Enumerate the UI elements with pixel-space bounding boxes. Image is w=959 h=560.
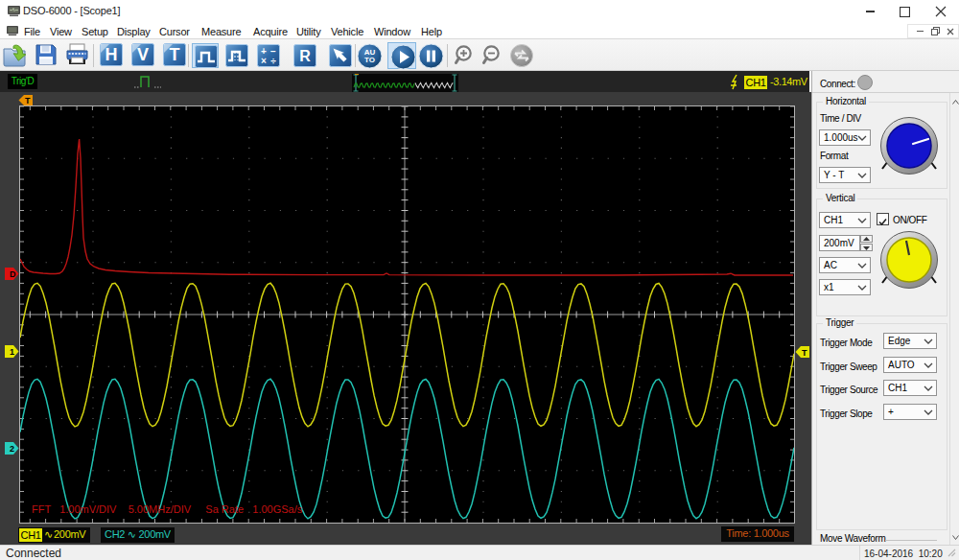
svg-text:D: D <box>10 269 16 279</box>
svg-text:V: V <box>137 45 149 64</box>
svg-text:1: 1 <box>10 347 14 357</box>
svg-text:×: × <box>261 56 267 66</box>
svg-text:T: T <box>25 96 31 105</box>
svg-text:÷: ÷ <box>270 56 276 66</box>
svg-text:T: T <box>170 45 180 64</box>
svg-text:R: R <box>299 48 311 64</box>
svg-text:T: T <box>802 348 807 358</box>
svg-text:2: 2 <box>10 444 14 454</box>
svg-text:H: H <box>105 45 118 64</box>
svg-text:TO: TO <box>364 56 375 64</box>
